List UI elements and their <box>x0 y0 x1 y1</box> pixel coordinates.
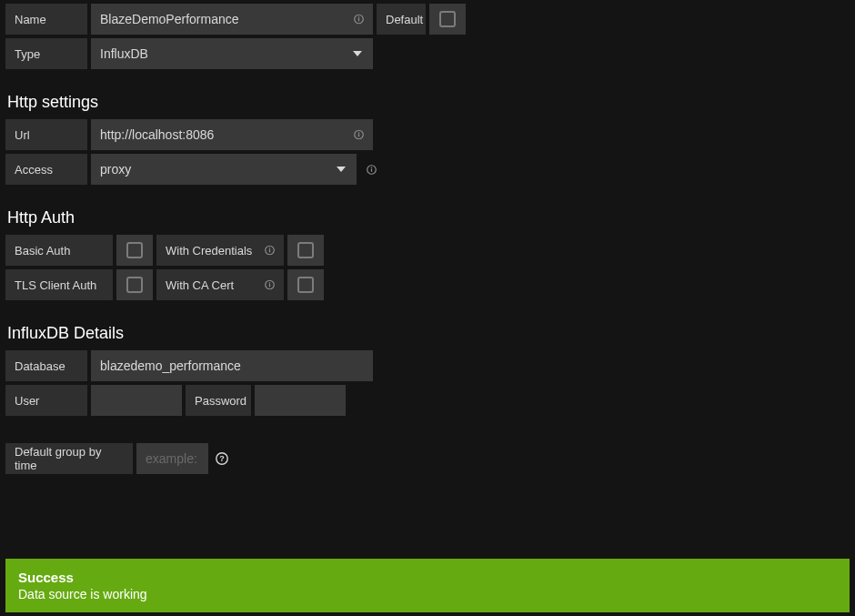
help-icon[interactable]: ? <box>212 443 232 474</box>
access-select[interactable]: proxy <box>91 154 357 185</box>
svg-rect-7 <box>370 168 371 171</box>
group-by-time-input[interactable] <box>136 443 208 474</box>
svg-rect-14 <box>269 282 270 283</box>
with-ca-cert-label-wrap: With CA Cert <box>156 269 284 300</box>
success-alert: Success Data source is working <box>5 559 850 612</box>
info-icon[interactable] <box>265 280 275 290</box>
info-icon[interactable] <box>360 154 382 185</box>
with-ca-cert-checkbox-wrap <box>287 269 324 300</box>
http-auth-heading: Http Auth <box>5 208 850 227</box>
http-settings-section: Http settings Url Access proxy <box>5 93 850 185</box>
basic-auth-checkbox-wrap <box>116 235 153 266</box>
type-label: Type <box>5 38 87 69</box>
basic-auth-checkbox[interactable] <box>126 242 143 258</box>
influxdb-details-section: InfluxDB Details Database User Password <box>5 324 850 416</box>
tls-client-auth-checkbox[interactable] <box>126 277 143 293</box>
influxdb-details-heading: InfluxDB Details <box>5 324 850 343</box>
svg-rect-10 <box>269 249 270 252</box>
user-input[interactable] <box>91 385 182 416</box>
caret-down-icon <box>337 167 346 172</box>
name-input-wrap <box>91 4 373 35</box>
password-input[interactable] <box>255 385 346 416</box>
with-ca-cert-checkbox[interactable] <box>297 277 314 293</box>
with-credentials-checkbox-wrap <box>287 235 324 266</box>
svg-text:?: ? <box>219 454 225 463</box>
database-input-wrap <box>91 350 373 381</box>
password-label: Password <box>186 385 251 416</box>
url-label: Url <box>5 119 87 150</box>
info-icon[interactable] <box>265 246 275 256</box>
basic-auth-label: Basic Auth <box>5 235 113 266</box>
svg-rect-1 <box>358 18 359 21</box>
type-value: InfluxDB <box>91 46 148 61</box>
database-input[interactable] <box>91 350 373 381</box>
svg-rect-11 <box>269 247 270 248</box>
tls-client-auth-label: TLS Client Auth <box>5 269 113 300</box>
svg-rect-13 <box>269 284 270 287</box>
password-input-wrap <box>255 385 346 416</box>
with-credentials-checkbox[interactable] <box>297 242 314 258</box>
caret-down-icon <box>353 51 362 56</box>
top-section: Name Default Type InfluxDB <box>5 4 850 69</box>
url-input[interactable] <box>91 119 373 150</box>
alert-title: Success <box>18 570 837 585</box>
http-auth-section: Http Auth Basic Auth With Credentials TL… <box>5 208 850 300</box>
group-by-time-input-wrap <box>136 443 208 474</box>
url-input-wrap <box>91 119 373 150</box>
default-checkbox-wrap <box>429 4 466 35</box>
database-label: Database <box>5 350 87 381</box>
default-checkbox[interactable] <box>439 11 456 27</box>
info-icon[interactable] <box>354 130 364 140</box>
user-input-wrap <box>91 385 182 416</box>
info-icon[interactable] <box>354 15 364 25</box>
svg-rect-5 <box>358 132 359 133</box>
svg-rect-4 <box>358 134 359 136</box>
http-settings-heading: Http settings <box>5 93 850 112</box>
with-credentials-label: With Credentials <box>166 244 252 258</box>
type-select[interactable]: InfluxDB <box>91 38 373 69</box>
svg-rect-8 <box>370 167 371 167</box>
name-label: Name <box>5 4 87 35</box>
name-input[interactable] <box>91 4 373 35</box>
with-ca-cert-label: With CA Cert <box>166 278 234 292</box>
tls-client-auth-checkbox-wrap <box>116 269 153 300</box>
default-label: Default <box>377 4 426 35</box>
svg-rect-2 <box>358 16 359 17</box>
access-label: Access <box>5 154 87 185</box>
group-by-time-section: Default group by time ? <box>5 443 850 474</box>
group-by-time-label: Default group by time <box>5 443 133 474</box>
alert-body: Data source is working <box>18 587 837 601</box>
with-credentials-label-wrap: With Credentials <box>156 235 284 266</box>
user-label: User <box>5 385 87 416</box>
access-value: proxy <box>91 162 131 177</box>
